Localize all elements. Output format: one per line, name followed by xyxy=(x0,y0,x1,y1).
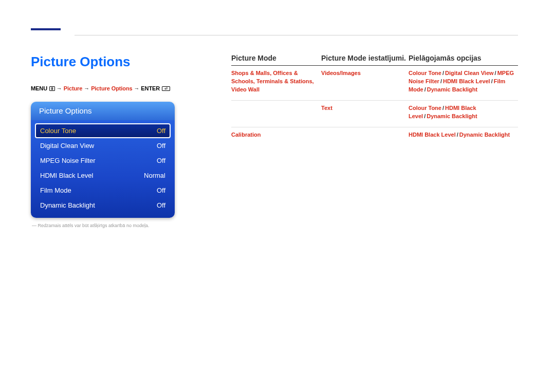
header-rule xyxy=(75,35,518,35)
menu-item[interactable]: MPEG Noise FilterOff xyxy=(35,153,171,168)
menu-item-value: Off xyxy=(157,201,165,209)
header-accent-bar xyxy=(31,28,61,30)
panel-header: Picture Options xyxy=(31,102,175,120)
table-row: Shops & Malls, Offices & Schools, Termin… xyxy=(231,66,518,101)
menu-item-value: Off xyxy=(157,142,165,150)
cell-options: Colour Tone/Digital Clean View/MPEG Nois… xyxy=(409,69,518,94)
menu-item[interactable]: Colour ToneOff xyxy=(35,123,171,138)
menu-item-value: Off xyxy=(157,186,165,194)
cell-mode: Shops & Malls, Offices & Schools, Termin… xyxy=(231,69,321,94)
options-table: Picture Mode Picture Mode iestatījumi. P… xyxy=(231,54,518,145)
th-options: Pielāgojamās opcijas xyxy=(409,54,518,62)
cell-mode xyxy=(231,104,321,121)
cell-options: Colour Tone/HDMI Black Level/Dynamic Bac… xyxy=(409,104,518,121)
breadcrumb-menu: MENU xyxy=(31,85,47,91)
menu-icon: Ⅲ xyxy=(49,86,55,91)
picture-options-panel: Picture Options Colour ToneOffDigital Cl… xyxy=(31,102,175,218)
menu-item[interactable]: Dynamic BacklightOff xyxy=(35,198,171,213)
enter-icon: ⏎ xyxy=(162,86,170,91)
menu-item-value: Normal xyxy=(144,172,165,179)
menu-item-label: Dynamic Backlight xyxy=(40,201,95,209)
cell-setting: Videos/Images xyxy=(321,69,409,94)
menu-item-label: HDMI Black Level xyxy=(40,172,93,179)
footnote: Redzamais attēls var būt atšķirīgs atkar… xyxy=(31,223,195,228)
page-title: Picture Options xyxy=(31,54,195,70)
menu-item[interactable]: HDMI Black LevelNormal xyxy=(35,168,171,183)
table-header: Picture Mode Picture Mode iestatījumi. P… xyxy=(231,54,518,66)
cell-mode: Calibration xyxy=(231,131,321,139)
menu-item-value: Off xyxy=(157,157,165,164)
breadcrumb-enter: ENTER xyxy=(141,85,160,91)
panel-body: Colour ToneOffDigital Clean ViewOffMPEG … xyxy=(31,120,175,218)
menu-item[interactable]: Film ModeOff xyxy=(35,183,171,198)
table-row: CalibrationHDMI Black Level/Dynamic Back… xyxy=(231,127,518,145)
table-row: TextColour Tone/HDMI Black Level/Dynamic… xyxy=(231,101,518,127)
cell-setting xyxy=(321,131,409,139)
menu-item[interactable]: Digital Clean ViewOff xyxy=(35,138,171,153)
th-picture-mode: Picture Mode xyxy=(231,54,321,62)
menu-item-label: Film Mode xyxy=(40,186,71,194)
th-settings: Picture Mode iestatījumi. xyxy=(321,54,409,62)
breadcrumb-picture-options: Picture Options xyxy=(91,85,132,91)
breadcrumb-picture: Picture xyxy=(64,85,83,91)
cell-setting: Text xyxy=(321,104,409,121)
menu-item-label: MPEG Noise Filter xyxy=(40,157,96,164)
breadcrumb: MENU Ⅲ → Picture → Picture Options → ENT… xyxy=(31,85,195,91)
menu-item-label: Digital Clean View xyxy=(40,142,94,150)
menu-item-value: Off xyxy=(157,127,165,135)
cell-options: HDMI Black Level/Dynamic Backlight xyxy=(409,131,518,139)
menu-item-label: Colour Tone xyxy=(40,127,76,135)
